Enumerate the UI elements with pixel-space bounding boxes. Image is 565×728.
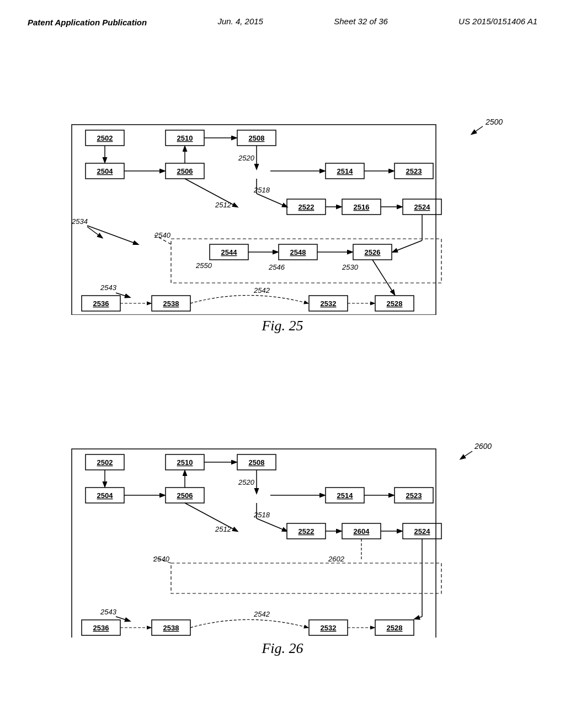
svg-text:2516: 2516 [354, 203, 370, 211]
svg-text:2536: 2536 [93, 624, 109, 632]
svg-text:2523: 2523 [406, 167, 422, 175]
svg-text:2528: 2528 [387, 624, 403, 632]
svg-text:2524: 2524 [414, 527, 431, 536]
label-2518-fig26: 2518 [253, 511, 270, 519]
svg-text:2506: 2506 [177, 167, 193, 175]
fig25-label: Fig. 25 [0, 318, 565, 334]
fig26-area: 2600 2502 2510 2508 2504 2506 2520 2514 [0, 356, 565, 679]
fig26-label: Fig. 26 [0, 640, 565, 657]
svg-text:2506: 2506 [177, 491, 193, 500]
svg-text:2522: 2522 [299, 527, 315, 536]
svg-text:2526: 2526 [365, 248, 381, 256]
fig25-svg: 2500 2502 2510 2508 2504 2506 [0, 45, 565, 315]
svg-text:2514: 2514 [337, 167, 354, 175]
patent-publication-label: Patent Application Publication [28, 17, 147, 28]
svg-text:2502: 2502 [97, 458, 113, 467]
fig25-id-label: 2500 [485, 117, 503, 126]
svg-line-40 [185, 179, 237, 207]
label-2542-fig26: 2542 [253, 610, 270, 618]
svg-line-29 [393, 240, 422, 252]
svg-line-0 [472, 126, 483, 134]
svg-line-37 [372, 260, 395, 295]
label-2543-fig26: 2543 [100, 608, 117, 616]
svg-line-57 [257, 518, 287, 531]
dashed-box-fig26 [171, 563, 441, 593]
svg-text:2508: 2508 [249, 458, 265, 467]
svg-line-71 [415, 617, 422, 619]
fig26-svg: 2600 2502 2510 2508 2504 2506 2520 2514 [0, 367, 565, 638]
svg-text:2524: 2524 [414, 203, 431, 211]
svg-text:2544: 2544 [221, 248, 238, 256]
svg-text:2510: 2510 [177, 458, 193, 467]
label-2546-fig25: 2546 [268, 263, 285, 271]
label-2534-fig25: 2534 [71, 217, 88, 226]
svg-line-21 [257, 194, 287, 207]
svg-text:2508: 2508 [249, 134, 265, 142]
svg-text:2523: 2523 [406, 491, 422, 500]
publication-date: Jun. 4, 2015 [217, 17, 263, 26]
label-2540-fig26: 2540 [153, 555, 170, 563]
svg-text:2502: 2502 [97, 134, 113, 142]
svg-text:2522: 2522 [299, 203, 315, 211]
fig25-area: 2500 2502 2510 2508 2504 2506 [0, 34, 565, 356]
label-2602-fig26: 2602 [328, 555, 345, 563]
label-2550-fig25: 2550 [195, 261, 212, 270]
fig26-id-label: 2600 [474, 442, 492, 451]
svg-text:2548: 2548 [290, 248, 306, 256]
svg-text:2536: 2536 [93, 299, 109, 308]
label-2520-fig25: 2520 [238, 154, 255, 162]
label-2530-fig25: 2530 [342, 263, 359, 271]
patent-number: US 2015/0151406 A1 [459, 17, 537, 26]
svg-text:2510: 2510 [177, 134, 193, 142]
label-2540-fig25: 2540 [154, 231, 171, 239]
svg-line-73 [185, 503, 237, 531]
label-2518-fig25: 2518 [253, 186, 270, 194]
svg-line-39 [87, 226, 138, 244]
page-header: Patent Application Publication Jun. 4, 2… [0, 0, 565, 34]
label-2543-fig25: 2543 [100, 283, 117, 292]
svg-text:2538: 2538 [163, 299, 179, 308]
sheet-info: Sheet 32 of 36 [334, 17, 388, 26]
svg-text:2504: 2504 [97, 167, 114, 175]
svg-text:2514: 2514 [337, 491, 354, 500]
svg-text:2538: 2538 [163, 624, 179, 632]
svg-text:2528: 2528 [387, 299, 403, 308]
svg-line-41 [461, 451, 472, 459]
label-2520-fig26: 2520 [238, 478, 255, 486]
fig26-border [72, 449, 436, 638]
svg-text:2504: 2504 [97, 491, 114, 500]
svg-text:2532: 2532 [321, 299, 337, 308]
svg-text:2604: 2604 [354, 527, 370, 536]
svg-text:2532: 2532 [321, 624, 337, 632]
label-2542-fig25: 2542 [253, 286, 270, 295]
